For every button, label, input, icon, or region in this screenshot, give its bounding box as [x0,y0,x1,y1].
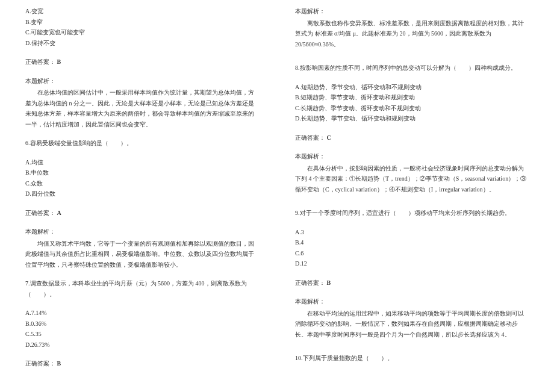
q6-title: 6.容易受极端变量值影响的是（ ）。 [25,138,259,149]
q5-explain-body: 在总体均值的区间估计中，一般采用样本均值作为统计量，其期望为总体均值，方差为总体… [25,87,259,129]
q9-answer-label: 正确答案： [295,279,325,286]
q7-option-c: C.5.35 [25,329,259,340]
q6-explain-label: 本题解析： [25,226,259,237]
q7-explain-body: 离散系数也称作变异系数、标准差系数，是用来测度数据离散程度的相对数，其计算式为 … [295,18,529,50]
q8-option-d: D.长期趋势、季节变动、循环变动和规则变动 [295,113,529,124]
q8-option-a: A.短期趋势、季节变动、循环变动和不规则变动 [295,82,529,93]
q5-option-a: A.变宽 [25,6,259,17]
q5-option-d: D.保持不变 [25,38,259,49]
q8-answer-label: 正确答案： [295,134,325,141]
q6-option-d: D.四分位数 [25,188,259,199]
q5-option-c: C.可能变宽也可能变窄 [25,27,259,38]
q6-answer-value: A [57,210,61,216]
q5-answer-label: 正确答案： [25,58,55,65]
q5-option-b: B.变窄 [25,17,259,28]
q7-explain-label: 本题解析： [295,6,529,17]
q6-option-c: C.众数 [25,178,259,189]
q8-explain-body: 在具体分析中，按影响因素的性质，一般将社会经济现象时间序列的总变动分解为下列 4… [295,163,529,195]
q9-explain-body: 在移动平均法的运用过程中，如果移动平均的项数等于平均周期长度的倍数则可以消除循环… [295,308,529,340]
q9-option-c: C.6 [295,248,529,259]
q5-explain-label: 本题解析： [25,76,259,87]
q6-option-a: A.均值 [25,157,259,168]
q7-option-b: B.0.36% [25,319,259,329]
q9-title: 9.对于一个季度时间序列，适宜进行（ ）项移动平均来分析序列的长期趋势。 [295,208,529,219]
q8-title: 8.按影响因素的性质不同，时间序列中的总变动可以分解为（ ）四种构成成分。 [295,63,529,73]
q9-answer-value: B [327,279,331,286]
q6-answer-label: 正确答案： [25,210,55,216]
q9-option-d: D.12 [295,258,529,269]
q10-title: 10.下列属于质量指数的是（ ）。 [295,353,529,364]
q7-answer-label: 正确答案： [25,360,55,367]
q7-option-a: A.7.14% [25,308,259,319]
q6-explain-body: 均值又称算术平均数，它等于一个变量的所有观测值相加再除以观测值的数目，因此极端值… [25,238,259,270]
q7-answer-value: B [57,360,61,367]
q6-option-b: B.中位数 [25,167,259,178]
q7-option-d: D.26.73% [25,340,259,350]
q9-option-a: A.3 [295,227,529,238]
q8-answer-value: C [327,134,331,141]
q8-option-b: B.短期趋势、季节变动、循环变动和规则变动 [295,92,529,103]
q5-answer-value: B [57,58,61,65]
q8-option-c: C.长期趋势、季节变动、循环变动和不规则变动 [295,103,529,114]
q8-explain-label: 本题解析： [295,151,529,162]
q9-option-b: B.4 [295,237,529,248]
q9-explain-label: 本题解析： [295,296,529,307]
q7-title: 7.调查数据显示，本科毕业生的平均月薪（元）为 5600，方差为 400，则离散… [25,278,259,299]
